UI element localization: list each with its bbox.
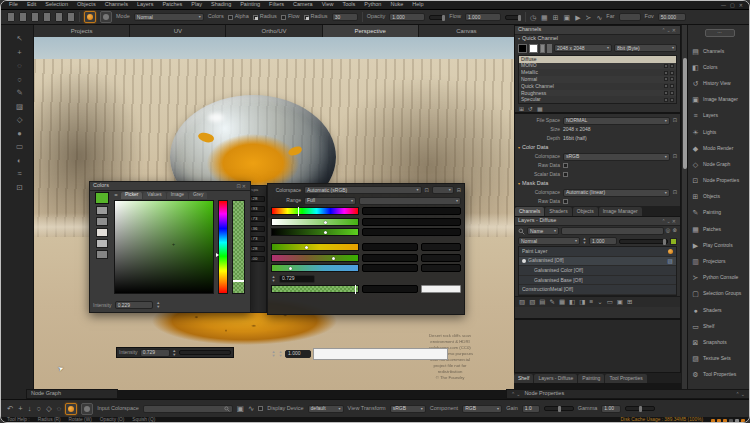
menu-item[interactable]: Selection — [45, 2, 68, 8]
layer-action-icon[interactable]: ⌄ — [597, 299, 602, 306]
color-swatch[interactable] — [96, 250, 108, 259]
file-space-dropdown[interactable]: NORMAL — [563, 117, 670, 125]
channel-row-selected[interactable]: Diffuse — [519, 56, 676, 63]
menu-item[interactable]: File — [9, 2, 18, 8]
panel-controls-icon[interactable]: ⌃⌄✕ — [661, 219, 677, 224]
mid-value-field[interactable]: 0.729 — [279, 275, 315, 283]
layer-row[interactable]: ConstructionMetal [Off] — [519, 285, 676, 295]
lut-checkbox[interactable] — [258, 406, 263, 411]
channel-action-icon[interactable]: ⊞ — [519, 106, 524, 112]
dock-tab[interactable]: Layers - Diffuse — [534, 374, 577, 383]
channel-row[interactable]: Quick Channel — [519, 83, 676, 90]
toolbar-icon[interactable]: ▦ — [541, 14, 548, 21]
floating-intensity-field[interactable]: 0.729 — [140, 349, 170, 357]
layer-row[interactable]: Paint Layer — [519, 247, 676, 257]
floating-value-field[interactable]: 1.000 — [285, 350, 311, 358]
dialog-colorspace-dropdown[interactable]: Automatic (sRGB) — [304, 186, 422, 194]
channel-depth-dropdown[interactable]: 8bit (Byte) — [614, 44, 677, 52]
swap-swatch[interactable] — [540, 44, 545, 53]
toolbar-icon[interactable]: ∿ — [596, 14, 602, 21]
tool-icon[interactable]: ≈ — [17, 170, 21, 178]
layer-row[interactable]: Galvanised Base [Off] — [519, 276, 676, 286]
hue-bar[interactable] — [271, 207, 359, 215]
far-field[interactable] — [619, 13, 641, 21]
amount-stepper[interactable]: ▲▼ — [582, 237, 587, 244]
sidebar-item[interactable]: ▥ Projectors — [688, 253, 750, 269]
raw-data-checkbox[interactable] — [563, 163, 568, 168]
channel-size-dropdown[interactable]: 2048 x 2048 — [554, 44, 612, 52]
scalar-data-checkbox[interactable] — [563, 172, 568, 177]
sidebar-item[interactable]: ≡ Layers — [688, 108, 750, 124]
colorspace-lock-icon[interactable]: ⊡ — [425, 188, 429, 193]
panel-controls-icon[interactable]: ⌃⌄✕ — [661, 28, 677, 33]
channel-row[interactable]: Normal — [519, 76, 676, 83]
channel-row[interactable]: MONO — [519, 63, 676, 70]
menu-item[interactable]: Filters — [269, 2, 284, 8]
color-swatch[interactable] — [96, 239, 108, 248]
gain-field[interactable]: 1.0 — [522, 405, 540, 413]
color-managed-icon[interactable]: ▣ — [237, 405, 244, 413]
toolbar-icon[interactable]: ▶ — [575, 14, 580, 21]
picker-tab[interactable]: Image — [167, 192, 188, 199]
colorspace-reset-icon[interactable]: ⊡ — [673, 154, 677, 159]
viewport-tab[interactable]: Perspective — [323, 25, 418, 37]
toggle-radius[interactable]: Radius — [253, 14, 277, 20]
sidebar-item[interactable]: ● Shaders — [688, 302, 750, 318]
sidebar-item[interactable]: ✎ Painting — [688, 205, 750, 221]
alpha-slider[interactable] — [232, 200, 245, 294]
dock-tab[interactable]: Tool Properties — [605, 374, 646, 383]
sidebar-item[interactable]: ⊠ Snapshots — [688, 334, 750, 350]
tool-icon[interactable]: ◇ — [17, 116, 23, 124]
flow-field[interactable]: 1.000 — [465, 13, 501, 21]
channel-action-icon[interactable]: ▦ — [537, 106, 543, 112]
picker-tab[interactable]: Grey — [189, 192, 207, 199]
sidebar-item[interactable]: ▦ Patches — [688, 221, 750, 237]
canvas-tool-icon[interactable]: ↓ — [28, 405, 32, 413]
file-space-reset-icon[interactable]: ⊡ — [673, 118, 677, 123]
sidebar-item[interactable]: ⊡ Node Properties — [688, 173, 750, 189]
value-stepper[interactable]: ▲▼ — [271, 350, 276, 357]
mid-value-stepper[interactable]: ▲▼ — [271, 275, 276, 282]
tool-icon[interactable]: ○ — [17, 76, 22, 84]
curve-icon[interactable]: ∿ — [248, 405, 254, 413]
saturation-bar[interactable] — [271, 218, 359, 226]
tool-icon[interactable]: ▨ — [16, 103, 23, 111]
canvas-tool-icon[interactable]: ◌ — [57, 405, 61, 413]
layer-filter-dropdown[interactable]: Name — [527, 227, 559, 235]
menu-item[interactable]: Play — [191, 2, 202, 8]
paint-mode-dropdown[interactable]: Normal — [134, 13, 204, 21]
dock-tab[interactable]: Painting — [578, 374, 604, 383]
panel-controls-icon[interactable]: ⊡✕ — [237, 184, 247, 189]
sidebar-item[interactable]: ◇ Node Graph — [688, 156, 750, 172]
tool-icon[interactable]: ● — [17, 130, 22, 138]
tool-icon[interactable]: + — [17, 49, 21, 57]
menu-item[interactable]: Objects — [77, 2, 96, 8]
node-properties-bar[interactable]: ⌃⌄ Node Properties ⌃⌄ — [506, 389, 750, 399]
sidebar-item[interactable]: ▤ Channels — [688, 43, 750, 59]
layer-action-icon[interactable]: ✎ — [549, 299, 554, 306]
bg-color-swatch[interactable] — [529, 44, 538, 53]
amount-slider[interactable] — [619, 239, 668, 244]
layer-action-icon[interactable]: ≡ — [589, 299, 593, 306]
mask-colorspace-reset-icon[interactable]: ⊡ — [673, 190, 677, 195]
fov-field[interactable]: 50.000 — [658, 13, 686, 21]
display-device-dropdown[interactable]: default — [308, 405, 344, 413]
menu-item[interactable]: Painting — [240, 2, 260, 8]
layer-action-icon[interactable]: ▨ — [519, 299, 525, 306]
menu-item[interactable]: Channels — [105, 2, 128, 8]
menu-item[interactable]: Camera — [293, 2, 313, 8]
fg-color-swatch[interactable] — [518, 44, 527, 53]
expand-icon[interactable]: ⌃⌄ — [736, 392, 746, 397]
color-swatch[interactable] — [96, 228, 108, 237]
white-value-slider[interactable] — [313, 348, 448, 360]
sidebar-item[interactable]: ▣ Image Manager — [688, 92, 750, 108]
open-project-icon[interactable] — [19, 12, 27, 22]
tool-icon[interactable]: ▭ — [16, 143, 23, 151]
sidebar-item[interactable]: ◆ Modo Render — [688, 140, 750, 156]
colorspace-dropdown[interactable]: sRGB — [563, 153, 670, 161]
intensity-stepper[interactable]: ▲▼ — [156, 301, 161, 308]
tool-icon[interactable]: ↖ — [16, 35, 22, 43]
sidebar-item[interactable]: ▢ Selection Groups — [688, 286, 750, 302]
tool-icon[interactable]: ◐ — [17, 157, 22, 165]
sidebar-item[interactable]: ▶ Play Controls — [688, 237, 750, 253]
